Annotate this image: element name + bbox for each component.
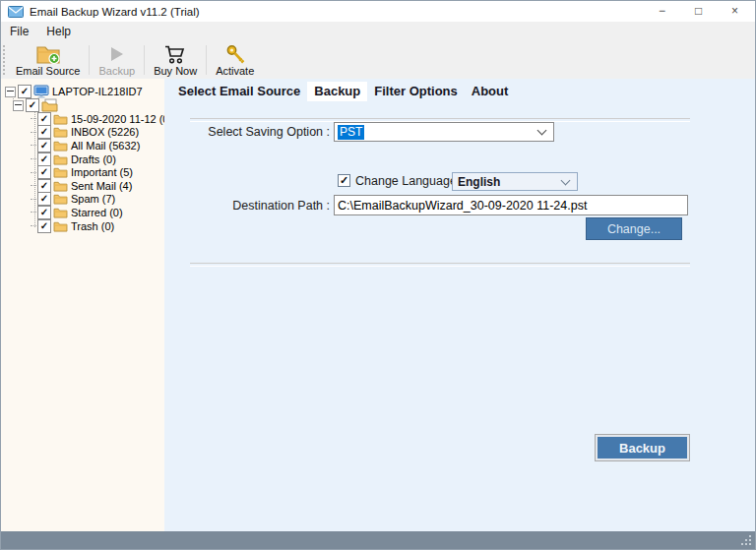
change-path-button-label: Change...: [607, 222, 661, 236]
toolbar-separator: [206, 45, 207, 75]
tree-root-checkbox[interactable]: ✓: [18, 85, 32, 98]
folder-icon: [53, 180, 68, 192]
backup-toolbar-label: Backup: [98, 65, 135, 77]
tree-item-checkbox[interactable]: ✓: [37, 206, 51, 219]
checkmark-icon: ✓: [40, 181, 48, 191]
menu-file[interactable]: File: [1, 22, 37, 41]
language-dropdown[interactable]: English: [452, 172, 578, 191]
change-path-button[interactable]: Change...: [586, 217, 682, 240]
tree-account-row[interactable]: ✓: [13, 98, 164, 112]
saving-option-value: PST: [338, 125, 364, 140]
checkmark-icon: ✓: [40, 167, 48, 177]
window-title: Email Backup Wizard v11.2 (Trial): [30, 6, 200, 18]
backup-button-frame: Backup: [595, 434, 690, 461]
menu-help[interactable]: Help: [37, 22, 80, 41]
folder-add-icon: [35, 43, 61, 65]
tree-item-checkbox[interactable]: ✓: [37, 153, 51, 166]
tree-item-spam[interactable]: ✓ Spam (7): [31, 193, 164, 207]
close-button[interactable]: ×: [717, 1, 753, 22]
tree-connector: [31, 185, 36, 186]
status-bar: [1, 531, 755, 549]
tree-connector: [31, 225, 36, 226]
tree-account-checkbox[interactable]: ✓: [26, 98, 39, 112]
folder-icon: [53, 126, 68, 138]
toolbar-separator: [89, 45, 90, 75]
tab-about[interactable]: About: [465, 82, 516, 101]
backup-button-label: Backup: [619, 441, 665, 456]
folder-icon: [53, 207, 68, 218]
tree-item-checkbox[interactable]: ✓: [37, 139, 51, 153]
tree-item-inbox[interactable]: ✓ INBOX (5226): [31, 126, 164, 140]
checkmark-icon: ✓: [40, 221, 48, 231]
saving-option-dropdown[interactable]: PST: [334, 122, 554, 142]
tree-item-checkbox[interactable]: ✓: [37, 125, 51, 139]
checkmark-icon: ✓: [340, 175, 348, 186]
checkmark-icon: ✓: [29, 100, 36, 110]
checkmark-icon: ✓: [40, 208, 48, 217]
play-icon: [111, 43, 123, 65]
key-icon: [225, 43, 245, 65]
tree-item-sent-mail[interactable]: ✓ Sent Mail (4): [31, 179, 164, 193]
buy-now-button[interactable]: Buy Now: [147, 41, 204, 79]
tree-item-trash[interactable]: ✓ Trash (0): [31, 219, 164, 233]
backup-toolbar-button[interactable]: Backup: [92, 41, 142, 79]
folder-stack-icon: [41, 98, 58, 112]
tree-connector: [31, 118, 36, 119]
tree-item-label: Sent Mail (4): [71, 180, 132, 192]
cart-icon: [164, 43, 187, 65]
tree-root-label: LAPTOP-IL218ID7: [52, 86, 143, 97]
tree-connector: [31, 145, 36, 146]
tree-connector: [31, 132, 36, 133]
folder-tree: ✓ LAPTOP-IL218ID7 ✓ ✓ 15-09-2020 11-12 (…: [5, 85, 164, 232]
tree-item-label: Spam (7): [71, 193, 115, 205]
toolbar: Email Source Backup Buy Now Activate: [1, 41, 755, 80]
window-controls: − □ ×: [644, 1, 753, 22]
collapse-icon[interactable]: [5, 87, 16, 97]
checkmark-icon: ✓: [40, 194, 48, 204]
tree-item-label: Trash (0): [71, 220, 114, 232]
tree-item-label: INBOX (5226): [71, 126, 139, 138]
resize-grip-icon[interactable]: [749, 543, 751, 545]
tree-item-all-mail[interactable]: ✓ All Mail (5632): [31, 139, 164, 153]
folder-tree-panel: ✓ LAPTOP-IL218ID7 ✓ ✓ 15-09-2020 11-12 (…: [1, 79, 165, 531]
tree-item-important[interactable]: ✓ Important (5): [31, 165, 164, 179]
maximize-button[interactable]: □: [680, 1, 717, 22]
chevron-down-icon: [537, 126, 547, 136]
tab-filter-options[interactable]: Filter Options: [367, 82, 465, 101]
destination-path-label: Destination Path :: [184, 199, 330, 213]
tab-backup[interactable]: Backup: [307, 82, 367, 101]
checkmark-icon: ✓: [40, 127, 48, 137]
backup-button[interactable]: Backup: [598, 437, 687, 458]
activate-button[interactable]: Activate: [209, 41, 261, 79]
collapse-icon[interactable]: [13, 100, 24, 111]
tree-item-label: Important (5): [71, 166, 133, 178]
tab-strip: Select Email Source Backup Filter Option…: [171, 82, 515, 101]
separator-line: [190, 263, 690, 267]
toolbar-grip: [3, 45, 8, 75]
activate-label: Activate: [216, 65, 254, 77]
chevron-down-icon: [561, 175, 571, 185]
folder-icon: [53, 193, 68, 205]
main-panel: Select Email Source Backup Filter Option…: [164, 79, 755, 531]
tree-root-row[interactable]: ✓ LAPTOP-IL218ID7: [5, 85, 164, 98]
app-window: Email Backup Wizard v11.2 (Trial) − □ × …: [0, 0, 756, 550]
tree-connector: [31, 158, 36, 159]
tree-item-checkbox[interactable]: ✓: [37, 112, 51, 126]
change-language-label: Change Language: [355, 174, 457, 188]
destination-path-input[interactable]: [334, 195, 688, 215]
folder-icon: [53, 113, 68, 125]
email-source-button[interactable]: Email Source: [9, 41, 87, 79]
change-language-checkbox[interactable]: ✓: [338, 174, 350, 187]
checkmark-icon: ✓: [40, 114, 48, 124]
tree-item-drafts[interactable]: ✓ Drafts (0): [31, 153, 164, 166]
tree-item-checkbox[interactable]: ✓: [37, 165, 51, 179]
tree-item-checkbox[interactable]: ✓: [37, 192, 51, 206]
folder-icon: [53, 140, 68, 152]
tree-item-starred[interactable]: ✓ Starred (0): [31, 206, 164, 219]
tree-item-checkbox[interactable]: ✓: [37, 219, 51, 233]
minimize-button[interactable]: −: [644, 1, 680, 22]
tab-select-email-source[interactable]: Select Email Source: [171, 82, 307, 101]
tree-connector: [31, 172, 36, 173]
tree-item-archive[interactable]: ✓ 15-09-2020 11-12 (0): [31, 112, 164, 126]
tree-item-checkbox[interactable]: ✓: [37, 179, 51, 193]
